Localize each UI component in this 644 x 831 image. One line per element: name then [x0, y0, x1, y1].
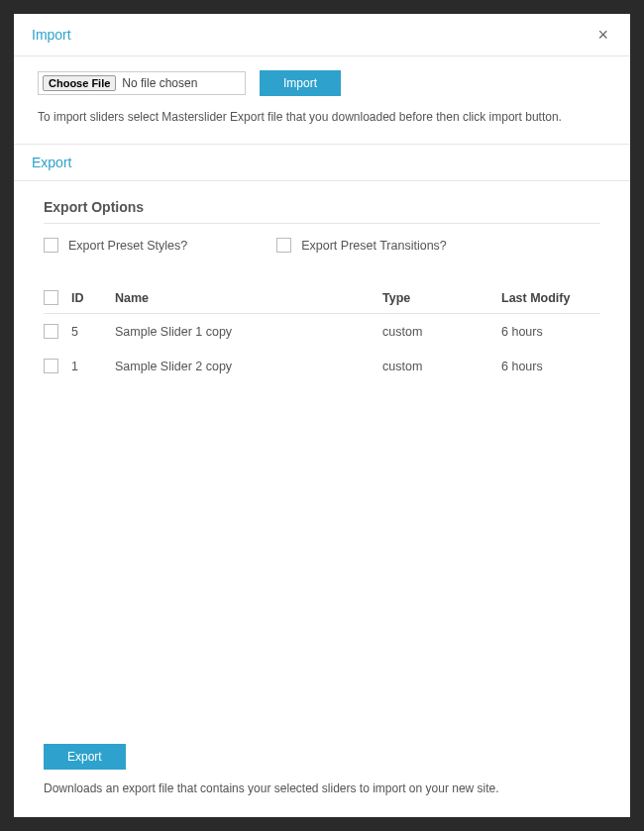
- export-footer: Export Downloads an export file that con…: [14, 744, 630, 817]
- preset-styles-label: Export Preset Styles?: [68, 239, 187, 253]
- import-body: Choose File No file chosen Import To imp…: [14, 56, 630, 145]
- row-name: Sample Slider 2 copy: [115, 360, 382, 373]
- export-help-text: Downloads an export file that contains y…: [44, 779, 600, 797]
- import-export-modal: Import × Choose File No file chosen Impo…: [14, 14, 630, 817]
- table-row: 1 Sample Slider 2 copy custom 6 hours: [44, 349, 600, 383]
- row-type: custom: [382, 325, 501, 339]
- preset-styles-checkbox[interactable]: [44, 238, 58, 253]
- row-last-modify: 6 hours: [501, 360, 600, 373]
- export-options-row: Export Preset Styles? Export Preset Tran…: [44, 238, 600, 253]
- preset-transitions-option: Export Preset Transitions?: [276, 238, 447, 253]
- spacer: [44, 383, 600, 732]
- choose-file-button[interactable]: Choose File: [43, 75, 116, 91]
- row-check-col: [44, 324, 71, 339]
- export-button[interactable]: Export: [44, 744, 126, 770]
- export-options-title: Export Options: [44, 199, 600, 215]
- import-header: Import ×: [14, 14, 630, 56]
- table-header: ID Name Type Last Modify: [44, 282, 600, 314]
- close-icon[interactable]: ×: [593, 24, 612, 46]
- row-check-col: [44, 359, 71, 373]
- row-id: 1: [71, 360, 115, 373]
- row-checkbox[interactable]: [44, 359, 58, 373]
- file-status-text: No file chosen: [122, 76, 197, 90]
- import-controls: Choose File No file chosen Import: [38, 70, 606, 96]
- import-title: Import: [32, 27, 71, 43]
- import-help-text: To import sliders select Masterslider Ex…: [38, 108, 606, 126]
- table-row: 5 Sample Slider 1 copy custom 6 hours: [44, 314, 600, 349]
- row-last-modify: 6 hours: [501, 325, 600, 339]
- import-button[interactable]: Import: [260, 70, 341, 96]
- preset-styles-option: Export Preset Styles?: [44, 238, 187, 253]
- preset-transitions-label: Export Preset Transitions?: [301, 239, 447, 253]
- export-body: Export Options Export Preset Styles? Exp…: [14, 181, 630, 744]
- header-type: Type: [382, 291, 501, 305]
- header-last-modify: Last Modify: [501, 291, 600, 305]
- header-name: Name: [115, 291, 382, 305]
- row-type: custom: [382, 360, 501, 373]
- export-header: Export: [14, 145, 630, 181]
- divider: [44, 223, 600, 224]
- preset-transitions-checkbox[interactable]: [276, 238, 291, 253]
- select-all-checkbox[interactable]: [44, 290, 58, 305]
- row-checkbox[interactable]: [44, 324, 58, 339]
- export-title: Export: [32, 155, 71, 170]
- header-id: ID: [71, 291, 115, 305]
- file-input[interactable]: Choose File No file chosen: [38, 71, 246, 95]
- header-check-col: [44, 290, 71, 305]
- sliders-table: ID Name Type Last Modify 5 Sample Slider…: [44, 282, 600, 383]
- row-name: Sample Slider 1 copy: [115, 325, 382, 339]
- row-id: 5: [71, 325, 115, 339]
